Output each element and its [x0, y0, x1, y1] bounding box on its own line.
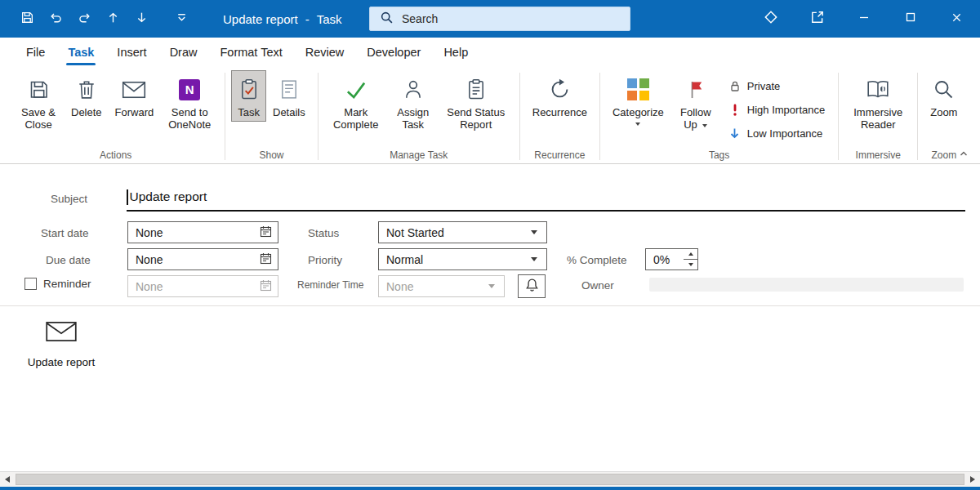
- customize-toolbar-icon: [176, 11, 188, 27]
- tab-format-text[interactable]: Format Text: [208, 38, 293, 67]
- chevron-up-icon: [959, 147, 969, 162]
- priority-dropdown-button[interactable]: [522, 249, 546, 270]
- tab-draw[interactable]: Draw: [158, 38, 209, 67]
- reminder-time-dropdown-button[interactable]: [479, 276, 504, 296]
- reminder-time-dropdown[interactable]: None: [378, 275, 505, 297]
- calendar-icon: [260, 252, 272, 267]
- reminder-date-value: None: [128, 280, 253, 293]
- chevron-down-icon: [635, 122, 640, 126]
- calendar-icon: [260, 225, 272, 240]
- group-caption-tags: Tags: [600, 149, 838, 161]
- window-title-type: Task: [317, 12, 342, 26]
- triangle-up-icon: [688, 252, 693, 256]
- categorize-icon: [627, 76, 649, 103]
- due-date-label: Due date: [46, 254, 91, 266]
- delete-button[interactable]: Delete: [65, 70, 109, 122]
- tab-help[interactable]: Help: [432, 38, 479, 67]
- search-input[interactable]: [402, 12, 598, 25]
- calendar-icon: [260, 279, 272, 294]
- mark-complete-button[interactable]: Mark Complete: [324, 70, 388, 134]
- bell-icon: [525, 278, 539, 296]
- maximize-button[interactable]: [887, 0, 933, 38]
- customize-quick-access-button[interactable]: [172, 10, 190, 28]
- tab-developer[interactable]: Developer: [355, 38, 432, 67]
- next-item-button[interactable]: [132, 10, 150, 28]
- redo-button[interactable]: [75, 10, 93, 28]
- follow-up-button[interactable]: Follow Up: [670, 70, 721, 134]
- priority-dropdown[interactable]: Normal: [378, 248, 547, 270]
- tab-task[interactable]: Task: [56, 38, 105, 67]
- redo-icon: [78, 11, 91, 28]
- zoom-button[interactable]: Zoom: [924, 70, 964, 122]
- scroll-right-button[interactable]: [965, 472, 980, 487]
- spin-down-button[interactable]: [684, 260, 698, 270]
- search-box[interactable]: [369, 7, 630, 31]
- chevron-down-icon: [488, 284, 495, 288]
- immersive-reader-button[interactable]: Immersive Reader: [844, 70, 911, 134]
- premium-button[interactable]: [747, 0, 794, 38]
- reminder-label: Reminder: [43, 278, 91, 290]
- reminder-date-field[interactable]: None: [127, 275, 278, 297]
- status-value: Not Started: [379, 226, 522, 239]
- save-close-icon: [28, 76, 50, 103]
- maximize-icon: [905, 11, 916, 26]
- scroll-left-button[interactable]: [0, 472, 15, 487]
- recurrence-button[interactable]: Recurrence: [526, 70, 594, 122]
- group-caption-actions: Actions: [7, 149, 225, 161]
- percent-complete-value: 0%: [646, 253, 684, 266]
- private-button[interactable]: Private: [721, 74, 832, 97]
- window-title-name: Update report: [223, 12, 298, 26]
- tab-insert[interactable]: Insert: [105, 38, 158, 67]
- tab-review[interactable]: Review: [294, 38, 356, 67]
- due-date-field[interactable]: None: [127, 248, 278, 270]
- start-date-picker-button[interactable]: [253, 222, 278, 243]
- exclamation-icon: [728, 104, 742, 116]
- triangle-right-icon: [970, 476, 975, 483]
- minimize-button[interactable]: [840, 0, 887, 38]
- task-body[interactable]: Update report: [0, 307, 980, 472]
- send-to-onenote-button[interactable]: N Send to OneNote: [160, 70, 219, 134]
- ribbon-group-tags: Categorize Follow Up Private High Import…: [600, 69, 838, 163]
- close-button[interactable]: [933, 0, 980, 38]
- popout-button[interactable]: [794, 0, 840, 38]
- save-button[interactable]: [18, 10, 36, 28]
- chevron-down-icon: [531, 257, 537, 261]
- collapse-ribbon-button[interactable]: [958, 149, 969, 159]
- reminder-sound-button[interactable]: [518, 274, 546, 298]
- window-title-separator: -: [305, 12, 310, 26]
- embedded-message-attachment[interactable]: Update report: [16, 319, 106, 368]
- show-task-button[interactable]: Task: [231, 70, 266, 122]
- tab-file[interactable]: File: [15, 38, 56, 67]
- forward-button[interactable]: Forward: [109, 70, 161, 122]
- start-date-field[interactable]: None: [127, 221, 278, 243]
- diamond-icon: [764, 10, 778, 28]
- popout-icon: [810, 10, 825, 28]
- percent-complete-field[interactable]: 0%: [645, 248, 684, 270]
- assign-task-button[interactable]: Assign Task: [388, 70, 439, 134]
- ribbon-tab-bar: File Task Insert Draw Format Text Review…: [0, 38, 980, 67]
- due-date-picker-button[interactable]: [253, 249, 278, 270]
- start-date-label: Start date: [41, 227, 89, 239]
- group-caption-recurrence: Recurrence: [520, 149, 599, 161]
- show-details-button[interactable]: Details: [266, 70, 312, 122]
- spin-up-button[interactable]: [684, 248, 698, 260]
- undo-button[interactable]: [47, 10, 65, 28]
- send-status-report-button[interactable]: Send Status Report: [439, 70, 514, 134]
- due-date-value: None: [128, 253, 253, 266]
- status-dropdown-button[interactable]: [522, 222, 546, 243]
- reminder-date-picker-button[interactable]: [253, 276, 278, 296]
- low-importance-button[interactable]: Low Importance: [721, 122, 832, 145]
- reminder-checkbox[interactable]: [24, 278, 37, 290]
- high-importance-button[interactable]: High Importance: [721, 98, 832, 121]
- subject-input[interactable]: Update report: [127, 184, 965, 212]
- status-label: Status: [308, 227, 339, 239]
- save-and-close-button[interactable]: Save & Close: [12, 70, 65, 134]
- owner-label: Owner: [581, 279, 614, 292]
- categorize-button[interactable]: Categorize: [606, 70, 670, 128]
- status-dropdown[interactable]: Not Started: [378, 221, 547, 243]
- scrollbar-thumb[interactable]: [16, 474, 964, 485]
- previous-item-button[interactable]: [104, 10, 122, 28]
- window-controls: [747, 0, 980, 38]
- priority-value: Normal: [379, 253, 522, 266]
- close-icon: [951, 11, 963, 27]
